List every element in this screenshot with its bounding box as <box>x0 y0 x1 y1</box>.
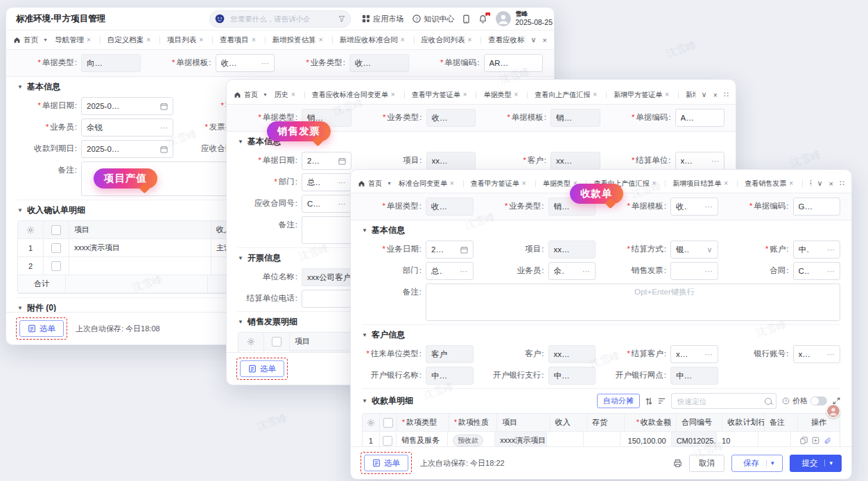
tab[interactable]: 新增应收标准合同 × <box>328 33 409 47</box>
sort-icon[interactable] <box>645 397 652 405</box>
column-header[interactable]: 存货 <box>587 414 625 431</box>
collapse-icon[interactable]: ▼ <box>238 139 243 145</box>
row-checkbox[interactable] <box>383 436 392 446</box>
column-header[interactable]: 收入 <box>550 414 588 431</box>
tab-home[interactable]: 首页 ▼ <box>13 35 48 45</box>
price-toggle[interactable] <box>810 396 827 405</box>
tab-close-icon[interactable]: × <box>514 91 518 98</box>
field-input[interactable]: GA0120250003 ⋯ ∨ <box>793 198 841 216</box>
field-input[interactable]: 总部 ⋯ ∨ <box>302 173 351 191</box>
tab-close-icon[interactable]: × <box>522 180 526 187</box>
field-input[interactable]: xxx公司客户 ⋯ ∨ <box>550 152 600 170</box>
tab-close-icon[interactable]: × <box>450 180 454 187</box>
attachment-icon[interactable] <box>824 437 831 444</box>
chevron-down-icon[interactable]: ∨ <box>706 246 712 254</box>
tab[interactable]: 新增投资估算 × <box>261 33 327 47</box>
table-settings-icon[interactable] <box>238 333 264 350</box>
column-header[interactable]: 项目 <box>497 414 550 431</box>
tab[interactable]: 查看甲方签证单 × <box>459 177 530 191</box>
field-input[interactable]: xxxx演示项目 ⋯ ∨ <box>548 240 596 259</box>
ellipsis-icon[interactable]: ⋯ <box>827 246 835 254</box>
column-header[interactable]: 项目 <box>69 221 211 238</box>
column-header[interactable]: 合同编号 <box>677 414 722 431</box>
collapse-icon[interactable]: ▼ <box>238 319 243 325</box>
tab[interactable]: 应收合同列表 × <box>410 33 476 47</box>
tab-close-icon[interactable]: × <box>87 37 91 44</box>
save-button[interactable]: 保存▾ <box>731 455 783 472</box>
field-input[interactable]: 中国工商银行 ⋯ ∨ <box>670 367 718 385</box>
field-input[interactable]: xxx公司客户 ⋯ ∨ <box>675 152 725 170</box>
field-input[interactable]: 2025-08-25 ⋯ ∨ <box>302 152 351 170</box>
collapse-icon[interactable]: ▼ <box>17 305 23 311</box>
user-menu[interactable]: 雪峰 2025-08-25 <box>496 10 553 26</box>
table-settings-icon[interactable] <box>363 414 380 431</box>
table-settings-icon[interactable] <box>18 221 44 238</box>
tab[interactable]: 新增项目结算单 × <box>661 177 732 191</box>
tabs-dropdown-icon[interactable]: ∨ <box>817 179 823 188</box>
row-checkbox[interactable] <box>51 261 61 271</box>
cell-plan-line[interactable]: 10 <box>717 432 758 446</box>
field-input[interactable]: 收入确认单立账 ⋯ ∨ <box>426 109 476 127</box>
tab-close-icon[interactable]: × <box>319 37 323 44</box>
mobile-icon[interactable] <box>463 15 469 24</box>
field-input[interactable]: ⋯ ∨ <box>670 262 718 280</box>
notification-bell-icon[interactable] <box>478 15 487 24</box>
tab-close-icon[interactable]: × <box>652 180 656 187</box>
field-input[interactable]: xxx公司客户 ⋯ ∨ <box>670 345 718 363</box>
ellipsis-icon[interactable]: ⋯ <box>827 351 835 358</box>
column-header[interactable]: 收款计划行 <box>722 414 765 431</box>
collapse-icon[interactable]: ▼ <box>362 398 367 404</box>
tab[interactable]: 查看甲方签证单 × <box>400 88 471 102</box>
cell-project[interactable]: xxxx演示项目 <box>495 432 547 446</box>
cancel-button[interactable]: 取消 <box>689 455 724 472</box>
field-input[interactable]: 收款单 ⋯ ∨ <box>426 198 474 216</box>
calendar-icon[interactable] <box>338 157 346 165</box>
tab[interactable]: 查看向上产值汇报 × <box>523 88 601 102</box>
tab[interactable]: 视图设计-销售发票 × <box>798 177 811 191</box>
select-all-checkbox[interactable] <box>51 225 61 235</box>
tab[interactable]: 查看应收标准合同 × <box>476 33 524 47</box>
calendar-icon[interactable] <box>160 146 168 153</box>
tab[interactable]: 项目列表 × <box>155 33 207 47</box>
cell-project[interactable]: xxxx演示项目 <box>69 239 211 256</box>
row-checkbox[interactable] <box>51 243 61 253</box>
field-input[interactable]: CM0120250008 ⋯ ∨ <box>302 195 351 213</box>
collapse-icon[interactable]: ▼ <box>362 332 367 338</box>
submit-dropdown-icon[interactable]: ▾ <box>824 460 837 466</box>
select-doc-button[interactable]: 选单 <box>19 320 64 337</box>
save-dropdown-icon[interactable]: ▾ <box>766 460 779 466</box>
field-input[interactable]: CM0120250008 ⋯ ∨ <box>793 262 841 280</box>
column-header[interactable]: *收款金额 <box>625 414 677 431</box>
ellipsis-icon[interactable]: ⋯ <box>705 351 713 358</box>
field-input[interactable]: 向上产值汇报 ⋯ ∨ <box>81 54 141 72</box>
close-all-tabs-icon[interactable]: × <box>713 91 718 99</box>
tabs-expand-icon[interactable]: ∷ <box>840 179 844 188</box>
field-input[interactable]: 中国工商银行 ⋯ ∨ <box>426 367 474 385</box>
cell-note[interactable] <box>758 432 791 446</box>
tabs-expand-icon[interactable]: ∷ <box>724 90 729 99</box>
tab-close-icon[interactable]: × <box>593 91 597 98</box>
cell-amount[interactable]: 150,100.00 <box>620 432 672 446</box>
tab[interactable]: 标准合同变更单 × <box>394 177 458 191</box>
print-icon[interactable] <box>673 459 682 468</box>
filter-rows-icon[interactable] <box>658 397 666 405</box>
field-input[interactable]: 中国工商银行7777 ⋯ ∨ <box>793 240 841 259</box>
cell-income[interactable] <box>547 432 584 446</box>
column-header[interactable]: *款项性质 <box>449 414 497 431</box>
collaborator-avatar[interactable] <box>826 404 840 418</box>
tabs-menu-icon[interactable]: ▼ <box>263 92 268 97</box>
auto-split-button[interactable]: 自动分摊 <box>597 394 640 408</box>
tab-close-icon[interactable]: × <box>789 180 793 187</box>
tab[interactable]: 历史 × <box>270 88 300 102</box>
field-input[interactable]: 2025-08-25 ⋯ ∨ <box>81 140 173 158</box>
field-input[interactable]: AR0120250003 ⋯ ∨ <box>484 54 544 72</box>
user-avatar[interactable] <box>496 11 511 26</box>
tab[interactable]: 查看销售发票 × <box>733 177 797 191</box>
tabs-menu-icon[interactable]: ▼ <box>387 181 392 186</box>
tab[interactable]: 查看应收标准合同变更单 × <box>300 88 399 102</box>
tab-close-icon[interactable]: × <box>665 91 669 98</box>
quick-locate-search[interactable] <box>671 393 776 409</box>
tabs-menu-icon[interactable]: ▼ <box>43 37 48 42</box>
ellipsis-icon[interactable]: ⋯ <box>261 60 269 67</box>
global-search-input[interactable] <box>229 14 334 24</box>
